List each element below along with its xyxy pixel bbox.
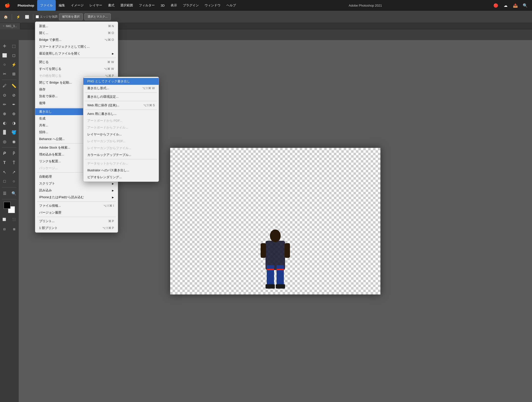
export-preferences[interactable]: 書き出しの環境設定... [83,93,159,100]
export-artboard-files[interactable]: アートボードからファイル... [83,124,159,131]
menubar-item-type[interactable]: 書式 [105,0,117,11]
menu-ipad-import[interactable]: iPhoneまたはiPadから読み込む [35,194,118,201]
export-web-save[interactable]: Web 用に保存 (従来)... ⌥⇧⌘ S [83,102,159,109]
menu-close-all[interactable]: すべてを閉じる ⌥⌘ W [35,65,118,72]
dodge-tool[interactable]: ◎ [0,137,9,146]
brush-tool[interactable]: ✏ [0,100,9,109]
eyedropper-tool[interactable]: 🖊 [0,81,9,90]
menu-bridge[interactable]: Bridge で参照... ⌥⌘ O [35,36,118,43]
fullscreen-mode[interactable]: ⊠ [10,225,19,234]
menubar-item-layer[interactable]: レイヤー [87,0,105,11]
eraser-tool[interactable]: ◐ [0,119,9,127]
export-artboard-pdf[interactable]: アートボードから PDF... [83,117,159,124]
menu-smart-open[interactable]: スマートオブジェクトとして開く... [35,43,118,50]
tool-options-icon[interactable]: ⬜ [23,13,31,21]
path-select-tool[interactable]: ↖ [0,168,9,176]
cc-icon[interactable]: 🔴 [492,1,500,9]
export-quick-png[interactable]: PNG としてクイック書き出し [83,78,159,85]
menubar-item-select[interactable]: 選択範囲 [117,0,136,11]
move-tool[interactable]: ✛ [0,42,9,50]
menubar-item-view[interactable]: 表示 [168,0,180,11]
search-icon[interactable]: 🔍 [521,1,529,9]
select-subject-button[interactable]: 被写体を選択 [59,13,83,20]
export-render-video[interactable]: ビデオをレンダリング... [83,174,159,181]
export-layercomp-pdf[interactable]: レイヤーカンプから PDF... [83,138,159,145]
svg-rect-9 [285,243,290,258]
export-aero[interactable]: Aero 用に書き出し... [83,110,159,117]
artboard-tool[interactable]: ⬚ [10,42,18,50]
menu-new[interactable]: 新規... ⌘ N [35,23,118,30]
select-mask-button[interactable]: 選択とマスク... [84,13,111,20]
share-icon[interactable]: 📤 [511,1,519,9]
menu-print-one[interactable]: 1 部プリント ⌥⇧⌘ P [35,225,118,231]
clone-stamp-tool[interactable]: ⊕ [0,109,9,118]
pencil-tool[interactable]: ✒ [10,100,18,109]
zoom-tool[interactable]: 🔍 [10,189,18,198]
ellipse-tool[interactable]: ○ [10,177,18,186]
export-format[interactable]: 書き出し形式... ⌥⇧⌘ W [83,85,159,92]
menubar-item-edit[interactable]: 編集 [56,0,68,11]
spot-healing-tool[interactable]: ⊙ [0,91,9,99]
export-sep-1 [85,92,157,93]
paint-bucket-tool[interactable]: 🪣 [10,128,18,137]
magic-wand-icon[interactable]: ⚡ [14,13,22,21]
menubar-item-photoshop[interactable]: Photoshop [15,0,37,11]
pen-tool[interactable]: P [0,149,9,158]
foreground-color[interactable] [4,202,11,209]
freeform-pen-tool[interactable]: P̃ [10,149,18,158]
pattern-tool[interactable]: ⊛ [10,109,18,118]
apple-logo-icon[interactable]: 🍎 [0,0,15,11]
menu-version-history[interactable]: バージョン履歴 [35,209,118,216]
slice-tool[interactable]: ⊞ [10,69,18,78]
tool-group-11: ◎ ◉ [0,137,18,146]
edge-enhance-checkbox[interactable] [36,15,39,18]
svg-rect-6 [276,284,285,289]
tab-close-icon[interactable]: × [3,25,4,27]
menu-open[interactable]: 開く... ⌘ O [35,30,118,36]
menu-print[interactable]: プリント... ⌘ P [35,218,118,225]
menubar-item-filter[interactable]: フィルター [136,0,158,11]
direct-select-tool[interactable]: ↗ [10,168,18,176]
menubar-item-plugins[interactable]: プラグイン [180,0,202,11]
export-layercomp-files[interactable]: レイヤーカンプからファイル... [83,145,159,152]
gradient-tool[interactable]: █ [0,128,9,137]
crop-tool[interactable]: ✂ [0,69,9,78]
export-layers-files[interactable]: レイヤーからファイル... [83,131,159,138]
menubar-item-window[interactable]: ウィンドウ [202,0,223,11]
menubar-item-file[interactable]: ファイル [37,0,56,11]
quick-select-tool[interactable]: ○ [0,60,9,69]
ruler-tool[interactable]: 📏 [10,81,18,90]
hand-tool[interactable]: ☰ [0,189,9,198]
type-tool[interactable]: T [0,158,9,167]
lasso-tool[interactable]: ◻ [10,51,18,60]
menu-close[interactable]: 閉じる ⌘ W [35,59,118,65]
export-illustrator-paths[interactable]: Illustrator へのパス書き出し... [83,167,159,174]
quick-mask-on[interactable]: ⬛ [10,215,19,224]
cloud-icon[interactable]: ☁ [502,1,510,9]
vertical-type-tool[interactable]: T̃ [10,158,18,167]
menu-file-info[interactable]: ファイル情報... ⌥⇧⌘ I [35,202,118,209]
screen-mode[interactable]: ⊟ [0,225,9,234]
menu-save-as-label: 別名で保存... [39,94,58,98]
shape-tool[interactable]: □ [0,177,9,186]
bg-eraser-tool[interactable]: ◑ [10,119,18,127]
export-submenu: PNG としてクイック書き出し 書き出し形式... ⌥⇧⌘ W 書き出しの環境設… [83,77,159,182]
home-icon[interactable]: 🏠 [2,13,9,21]
svg-rect-4 [277,269,284,270]
burn-tool[interactable]: ◉ [10,137,18,146]
menu-stock-label: Adobe Stock を検索... [39,145,70,150]
tool-group-9: ◐ ◑ [0,119,18,127]
menu-import[interactable]: 読み込み [35,187,118,194]
menu-recent[interactable]: 最近使用したファイルを開く [35,50,118,57]
patch-tool[interactable]: ⊘ [10,91,18,99]
marquee-tool[interactable]: ⬜ [0,51,9,60]
tool-group-5: 🖊 📏 [0,81,18,90]
menubar-item-3d[interactable]: 3D [158,0,168,11]
document-tab[interactable]: × IMG_3... [0,23,20,29]
quick-mask-off[interactable]: ⬜ [0,215,9,224]
menubar-item-image[interactable]: イメージ [68,0,87,11]
export-dataset-files[interactable]: データセットからファイル... [83,160,159,167]
export-color-lookup[interactable]: カラールックアップテーブル... [83,152,159,158]
menubar-item-help[interactable]: ヘルプ [223,0,239,11]
object-select-tool[interactable]: ⚡ [10,60,18,69]
